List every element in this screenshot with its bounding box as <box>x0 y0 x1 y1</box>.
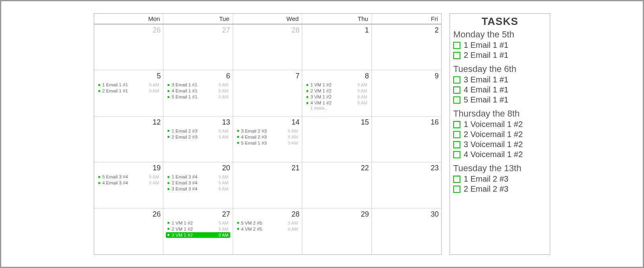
task-day-heading: Thursday the 8th <box>453 108 547 119</box>
calendar-day-cell[interactable]: 21 <box>233 162 302 208</box>
event-label: 4 Email 1 #1 <box>171 88 218 93</box>
event-dot-icon <box>306 96 308 98</box>
calendar-day-cell[interactable]: 63 Email 1 #19 AM4 Email 1 #19 AM5 Email… <box>163 70 233 116</box>
task-day-group: Thursday the 8th1 Voicemail 1 #22 Voicem… <box>453 108 547 159</box>
calendar-event[interactable]: 1 Email 3 #49 AM <box>166 174 230 180</box>
calendar-event[interactable]: 4 Email 1 #19 AM <box>166 88 230 94</box>
calendar-day-cell[interactable]: 7 <box>233 70 302 116</box>
calendar-event[interactable]: 1 VM 1 #29 AM <box>305 82 369 88</box>
calendar-event[interactable]: 2 Email 1 #19 AM <box>97 88 161 94</box>
calendar-event[interactable]: 3 VM 1 #29 AM <box>305 94 369 100</box>
calendar-day-cell[interactable]: 285 VM 2 #59 AM4 VM 2 #59 AM <box>233 209 302 254</box>
event-time: 9 AM <box>219 82 229 87</box>
task-item[interactable]: 2 Email 1 #1 <box>453 51 547 60</box>
calendar-week-row: 12131 Email 2 #39 AM2 Email 2 #39 AM143 … <box>94 117 441 162</box>
calendar-event[interactable]: 3 Email 3 #49 AM <box>166 186 230 192</box>
event-dot-icon <box>237 222 239 224</box>
calendar-day-cell[interactable]: 81 VM 1 #29 AM2 VM 1 #29 AM3 VM 1 #29 AM… <box>302 70 372 116</box>
checkbox-icon[interactable] <box>453 186 460 193</box>
event-label: 1 VM 1 #2 <box>171 221 218 225</box>
calendar-event[interactable]: 4 Email 2 #39 AM <box>235 134 299 140</box>
calendar-event[interactable]: 2 VM 1 #29 AM <box>166 226 230 232</box>
event-time: 9 AM <box>219 180 229 185</box>
checkbox-icon[interactable] <box>453 42 460 49</box>
calendar-day-cell[interactable]: 51 Email 1 #19 AM2 Email 1 #19 AM <box>94 70 163 116</box>
checkbox-icon[interactable] <box>453 86 460 94</box>
checkbox-icon[interactable] <box>453 141 460 148</box>
calendar-day-cell[interactable]: 26 <box>94 209 163 254</box>
calendar-event[interactable]: 5 Email 3 #49 AM <box>97 174 161 180</box>
calendar-event[interactable]: 4 VM 2 #59 AM <box>235 226 299 232</box>
calendar-day-cell[interactable]: 15 <box>302 117 372 162</box>
task-item[interactable]: 2 Voicemail 1 #2 <box>453 130 547 139</box>
calendar-day-cell[interactable]: 23 <box>372 162 441 208</box>
task-item[interactable]: 2 Email 2 #3 <box>453 184 547 194</box>
calendar-day-cell[interactable]: 29 <box>302 209 372 254</box>
calendar-day-cell[interactable]: 28 <box>233 25 302 70</box>
checkbox-icon[interactable] <box>453 96 460 104</box>
calendar-day-cell[interactable]: 1 <box>302 25 372 70</box>
calendar-event[interactable]: 2 Email 2 #39 AM <box>166 134 230 140</box>
calendar-day-cell[interactable]: 195 Email 3 #49 AM4 Email 3 #49 AM <box>94 162 163 208</box>
task-item[interactable]: 3 Email 1 #1 <box>453 75 547 84</box>
calendar-event[interactable]: 2 Email 3 #49 AM <box>166 180 230 186</box>
task-item[interactable]: 4 Email 1 #1 <box>453 85 547 94</box>
task-item[interactable]: 4 Voicemail 1 #2 <box>453 150 547 159</box>
tasks-sidebar[interactable]: TASKS Monday the 5th1 Email 1 #12 Email … <box>450 13 550 255</box>
calendar-day-cell[interactable]: 131 Email 2 #39 AM2 Email 2 #39 AM <box>163 117 233 162</box>
calendar-day-cell[interactable]: 9 <box>372 70 441 116</box>
checkbox-icon[interactable] <box>453 151 460 158</box>
day-number: 2 <box>374 26 439 35</box>
calendar-day-cell[interactable]: 201 Email 3 #49 AM2 Email 3 #49 AM3 Emai… <box>163 162 233 208</box>
calendar-day-cell[interactable]: 27 <box>163 25 233 70</box>
event-time: 9 AM <box>219 88 229 93</box>
event-time: 9 AM <box>149 82 159 87</box>
calendar-event[interactable]: 1 Email 1 #19 AM <box>97 82 161 88</box>
calendar-day-cell[interactable]: 16 <box>372 117 441 162</box>
event-label: 4 Email 2 #3 <box>241 135 288 139</box>
day-number: 28 <box>235 210 299 219</box>
checkbox-icon[interactable] <box>453 76 460 84</box>
checkbox-icon[interactable] <box>453 121 460 128</box>
checkbox-icon[interactable] <box>453 131 460 138</box>
event-time: 9 AM <box>219 174 229 179</box>
day-number: 20 <box>166 164 230 172</box>
calendar-day-cell[interactable]: 12 <box>94 117 163 162</box>
event-time: 9 AM <box>357 82 367 87</box>
calendar-event[interactable]: 2 VM 1 #29 AM <box>305 88 369 94</box>
event-time: 9 AM <box>288 221 298 225</box>
event-dot-icon <box>167 228 169 230</box>
task-day-group: Tuesday the 6th3 Email 1 #14 Email 1 #15… <box>453 64 547 104</box>
task-item[interactable]: 1 Email 2 #3 <box>453 174 547 184</box>
more-events-link[interactable]: 1 more... <box>305 106 369 110</box>
task-item[interactable]: 5 Email 1 #1 <box>453 95 547 104</box>
event-dot-icon <box>237 136 239 138</box>
checkbox-icon[interactable] <box>453 176 460 183</box>
task-item[interactable]: 3 Voicemail 1 #2 <box>453 140 547 149</box>
calendar-day-cell[interactable]: 22 <box>302 162 372 208</box>
event-dot-icon <box>167 222 169 224</box>
calendar-day-cell[interactable]: 26 <box>94 25 163 70</box>
calendar-event[interactable]: 5 VM 2 #59 AM <box>235 220 299 226</box>
calendar: MonTueWedThuFri 2627281251 Email 1 #19 A… <box>94 13 442 255</box>
task-item[interactable]: 1 Voicemail 1 #2 <box>453 120 547 129</box>
calendar-event[interactable]: 5 Email 1 #19 AM <box>166 94 230 100</box>
calendar-day-cell[interactable]: 2 <box>372 25 441 70</box>
calendar-event[interactable]: 4 VM 1 #29 AM <box>305 100 369 106</box>
calendar-event[interactable]: 5 Email 1 #39 AM <box>235 140 299 146</box>
calendar-day-cell[interactable]: 271 VM 1 #29 AM2 VM 1 #29 AM3 VM 1 #29 A… <box>163 209 233 254</box>
calendar-event[interactable]: 3 Email 2 #39 AM <box>235 128 299 134</box>
checkbox-icon[interactable] <box>453 52 460 59</box>
event-time: 9 AM <box>219 233 229 237</box>
calendar-header-row: MonTueWedThuFri <box>94 14 441 25</box>
day-number: 13 <box>166 118 230 127</box>
calendar-event[interactable]: 3 Email 1 #19 AM <box>166 82 230 88</box>
calendar-event[interactable]: 1 VM 1 #29 AM <box>166 220 230 226</box>
calendar-event[interactable]: 4 Email 3 #49 AM <box>97 180 161 186</box>
task-day-group: Tuesday the 13th1 Email 2 #32 Email 2 #3 <box>453 163 547 194</box>
task-item[interactable]: 1 Email 1 #1 <box>453 41 547 50</box>
calendar-day-cell[interactable]: 30 <box>372 209 441 254</box>
calendar-day-cell[interactable]: 143 Email 2 #39 AM4 Email 2 #39 AM5 Emai… <box>233 117 302 162</box>
calendar-event[interactable]: 1 Email 2 #39 AM <box>166 128 230 134</box>
calendar-event[interactable]: 3 VM 1 #29 AM <box>166 232 230 238</box>
